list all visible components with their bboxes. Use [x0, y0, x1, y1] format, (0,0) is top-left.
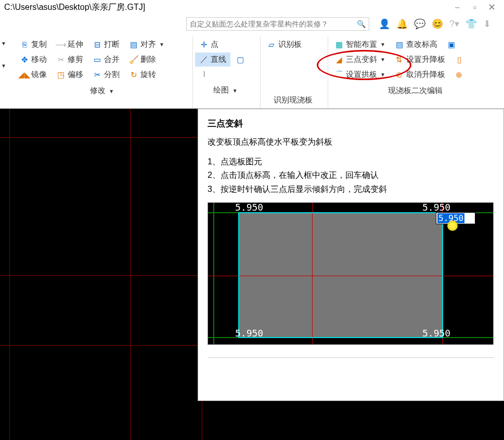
restore-icon[interactable]: ▫	[473, 2, 476, 13]
tooltip-step-2: 2、点击顶点标高，在输入框中改正，回车确认	[208, 169, 494, 182]
user-icon[interactable]: 👤	[379, 18, 390, 30]
window-controls: － ▫ ✕	[453, 1, 500, 14]
cursor-indicator	[447, 221, 458, 231]
rect-button[interactable]: ▢	[231, 53, 249, 67]
delete-icon: 🧹	[129, 55, 138, 64]
copy-button[interactable]: ⎘复制	[16, 37, 51, 51]
three-point-caret-icon: ▼	[380, 57, 385, 62]
move-button[interactable]: ✥移动	[16, 53, 51, 67]
window-title: C:\Users\asus\Desktop\亲亲厂房.GTJ]	[4, 2, 145, 13]
close-icon[interactable]: ✕	[488, 2, 496, 13]
ribbon-group-modify: ⎘复制 ⟶延伸 ⊟打断 ▤对齐▼ ✥移动 ✂修剪 ▭合并 🧹删除 ◢◣镜像 ◳偏…	[14, 36, 193, 108]
modify-group-label: 修改 ▼	[16, 82, 188, 98]
tooltip-panel: 三点变斜 改变板顶点标高使水平板变为斜板 1、点选板图元 2、点击顶点标高，在输…	[198, 109, 504, 401]
copy-icon: ⎘	[20, 40, 29, 49]
rect-icon: ▢	[236, 55, 245, 64]
rotate-button[interactable]: ↻旋转	[125, 68, 160, 82]
set-arch-button[interactable]: ⌒设置拱板▼	[330, 68, 390, 82]
skin-icon[interactable]: 👕	[466, 18, 477, 30]
bell-icon[interactable]: 🔔	[396, 18, 408, 30]
extend-button[interactable]: ⟶延伸	[52, 37, 87, 51]
split-button[interactable]: ✂分割	[88, 68, 124, 82]
cyan-outline	[238, 212, 443, 338]
smart-place-icon: ▦	[334, 40, 344, 49]
ribbon-group-draw: ✛点 ／直线 ▢ ⌇ 绘图 ▼	[193, 36, 261, 108]
three-point-icon: ◢	[334, 55, 344, 64]
offset-button[interactable]: ◳偏移	[52, 68, 87, 82]
extra-1-button[interactable]: ▣	[443, 37, 460, 51]
slab-edit-group-label: 现浇板二次编辑	[330, 82, 500, 98]
break-icon: ⊟	[93, 40, 102, 49]
help-icon[interactable]: ?▾	[449, 18, 459, 30]
chat-icon[interactable]: 💬	[414, 18, 425, 30]
tooltip-step-3: 3、按逆时针确认三点后显示倾斜方向，完成变斜	[208, 183, 494, 196]
set-arch-caret-icon: ▼	[380, 72, 385, 77]
header-icons: 👤 🔔 💬 😊 ?▾ 👕 ⬇	[379, 18, 491, 30]
elev-label-br: 5.950	[422, 328, 450, 339]
recognize-icon: ▱	[267, 40, 276, 49]
trim-button[interactable]: ✂修剪	[52, 53, 87, 67]
line-icon: ／	[199, 55, 209, 64]
mirror-icon: ◢◣	[20, 70, 29, 80]
mirror-button[interactable]: ◢◣镜像	[16, 68, 51, 82]
polyline-icon: ⌇	[199, 70, 209, 79]
extra-2-button[interactable]: ▯	[450, 53, 468, 67]
polyline-button[interactable]: ⌇	[195, 68, 213, 81]
set-arch-icon: ⌒	[334, 70, 344, 80]
extra-3-icon: ⊕	[455, 70, 464, 80]
merge-button[interactable]: ▭合并	[88, 53, 124, 67]
preview-image: 5.950 5.950 5.950 5.950 5.950	[208, 202, 494, 345]
extra-2-icon: ▯	[455, 55, 464, 64]
check-elev-button[interactable]: ▤查改标高	[391, 37, 442, 51]
drawing-canvas[interactable]: 三点变斜 改变板顶点标高使水平板变为斜板 1、点选板图元 2、点击顶点标高，在输…	[0, 109, 504, 440]
tooltip-step-1: 1、点选板图元	[208, 155, 494, 169]
merge-icon: ▭	[93, 55, 102, 64]
cancel-lift-icon: ⊘	[395, 70, 404, 80]
minimize-icon[interactable]: －	[453, 1, 462, 14]
search-input[interactable]	[190, 20, 357, 28]
three-point-button[interactable]: ◢三点变斜▼	[330, 53, 390, 67]
tooltip-steps: 1、点选板图元 2、点击顶点标高，在输入框中改正，回车确认 3、按逆时针确认三点…	[208, 155, 494, 196]
tooltip-desc: 改变板顶点标高使水平板变为斜板	[208, 137, 494, 148]
dropdown-1[interactable]: ▼	[1, 41, 14, 46]
search-box[interactable]: 🔍	[186, 17, 369, 31]
set-lift-button[interactable]: ⇅设置升降板	[391, 53, 449, 67]
align-caret-icon: ▼	[159, 42, 164, 47]
ribbon: ▼ ▼ ⎘复制 ⟶延伸 ⊟打断 ▤对齐▼ ✥移动 ✂修剪 ▭合并 🧹删除 ◢◣镜…	[0, 33, 504, 109]
title-bar: C:\Users\asus\Desktop\亲亲厂房.GTJ] － ▫ ✕	[0, 0, 504, 15]
offset-icon: ◳	[56, 70, 66, 80]
trim-icon: ✂	[56, 55, 66, 64]
align-button[interactable]: ▤对齐▼	[125, 37, 169, 51]
ribbon-group-recognize: ▱识别板 识别现浇板	[261, 36, 328, 108]
smart-place-caret-icon: ▼	[380, 42, 385, 47]
search-icon[interactable]: 🔍	[357, 20, 366, 28]
rotate-icon: ↻	[129, 70, 138, 80]
set-lift-icon: ⇅	[395, 55, 404, 64]
move-icon: ✥	[20, 55, 29, 64]
align-icon: ▤	[129, 40, 138, 49]
recognize-slab-button[interactable]: ▱识别板	[263, 37, 306, 51]
extra-1-icon: ▣	[447, 40, 456, 49]
point-button[interactable]: ✛点	[195, 37, 223, 51]
cancel-lift-button[interactable]: ⊘取消升降板	[391, 68, 449, 82]
ribbon-group-slab-edit: ▦智能布置▼ ▤查改标高 ▣ ◢三点变斜▼ ⇅设置升降板 ▯ ⌒设置拱板▼ ⊘取…	[328, 36, 504, 108]
grid-line-v2	[130, 109, 131, 440]
recognize-group-label: 识别现浇板	[263, 91, 324, 107]
grid-line-v1	[9, 109, 10, 440]
elev-label-tr: 5.950	[422, 202, 450, 213]
break-button[interactable]: ⊟打断	[88, 37, 124, 51]
line-button[interactable]: ／直线	[195, 53, 230, 67]
split-icon: ✂	[93, 70, 102, 80]
tooltip-separator	[208, 357, 494, 358]
delete-button[interactable]: 🧹删除	[125, 53, 160, 67]
draw-group-label: 绘图 ▼	[195, 81, 256, 97]
extra-3-button[interactable]: ⊕	[450, 68, 468, 82]
left-dropdown-column: ▼ ▼	[0, 36, 14, 108]
download-icon[interactable]: ⬇	[483, 18, 491, 30]
elev-label-bl: 5.950	[235, 328, 263, 339]
dropdown-2[interactable]: ▼	[1, 63, 14, 69]
smart-place-button[interactable]: ▦智能布置▼	[330, 37, 390, 51]
face-icon[interactable]: 😊	[432, 18, 443, 30]
check-elev-icon: ▤	[395, 40, 404, 49]
quick-access-row: 🔍 👤 🔔 💬 😊 ?▾ 👕 ⬇	[0, 15, 504, 33]
